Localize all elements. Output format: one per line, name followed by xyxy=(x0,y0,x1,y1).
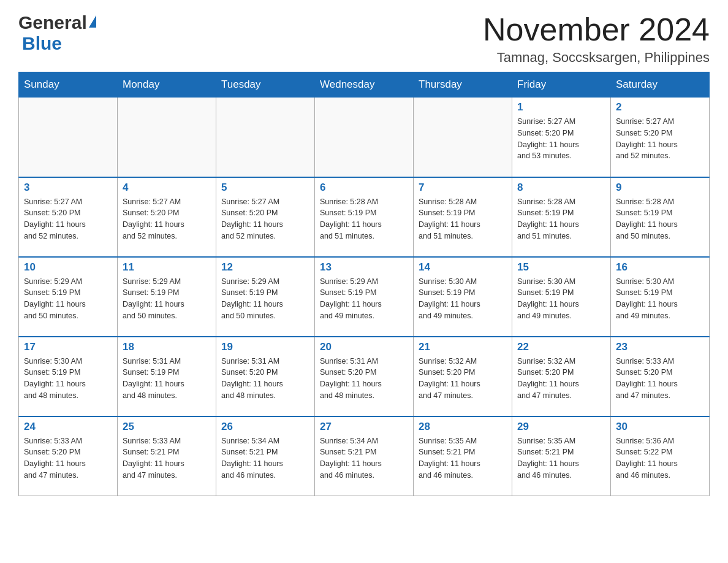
calendar-week-row: 3Sunrise: 5:27 AMSunset: 5:20 PMDaylight… xyxy=(19,177,710,257)
day-number: 3 xyxy=(24,182,112,194)
day-info: Sunrise: 5:28 AMSunset: 5:19 PMDaylight:… xyxy=(320,196,408,242)
day-info: Sunrise: 5:35 AMSunset: 5:21 PMDaylight:… xyxy=(419,435,507,481)
day-number: 21 xyxy=(419,341,507,353)
day-number: 1 xyxy=(517,101,605,113)
day-info: Sunrise: 5:29 AMSunset: 5:19 PMDaylight:… xyxy=(320,276,408,322)
day-info: Sunrise: 5:29 AMSunset: 5:19 PMDaylight:… xyxy=(123,276,211,322)
title-section: November 2024 Tamnag, Soccsksargen, Phil… xyxy=(483,12,710,66)
day-number: 18 xyxy=(123,341,211,353)
day-info: Sunrise: 5:32 AMSunset: 5:20 PMDaylight:… xyxy=(517,356,605,402)
calendar-week-row: 10Sunrise: 5:29 AMSunset: 5:19 PMDayligh… xyxy=(19,257,710,337)
calendar-cell: 17Sunrise: 5:30 AMSunset: 5:19 PMDayligh… xyxy=(19,337,118,416)
calendar-cell xyxy=(315,98,414,177)
calendar-cell xyxy=(19,98,118,177)
column-header-monday: Monday xyxy=(118,72,216,98)
day-number: 29 xyxy=(517,421,605,433)
day-number: 7 xyxy=(419,182,507,194)
calendar-cell: 4Sunrise: 5:27 AMSunset: 5:20 PMDaylight… xyxy=(118,177,216,257)
day-info: Sunrise: 5:35 AMSunset: 5:21 PMDaylight:… xyxy=(517,435,605,481)
day-number: 2 xyxy=(616,101,704,113)
column-header-sunday: Sunday xyxy=(19,72,118,98)
day-info: Sunrise: 5:30 AMSunset: 5:19 PMDaylight:… xyxy=(24,356,112,402)
logo-blue-text: Blue xyxy=(22,33,62,54)
calendar-cell xyxy=(414,98,512,177)
day-number: 15 xyxy=(517,261,605,274)
calendar-cell: 2Sunrise: 5:27 AMSunset: 5:20 PMDaylight… xyxy=(611,98,710,177)
day-number: 5 xyxy=(221,182,309,194)
day-number: 11 xyxy=(123,261,211,274)
calendar-cell: 11Sunrise: 5:29 AMSunset: 5:19 PMDayligh… xyxy=(118,257,216,337)
calendar-cell: 7Sunrise: 5:28 AMSunset: 5:19 PMDaylight… xyxy=(414,177,512,257)
day-info: Sunrise: 5:32 AMSunset: 5:20 PMDaylight:… xyxy=(419,356,507,402)
calendar-cell: 8Sunrise: 5:28 AMSunset: 5:19 PMDaylight… xyxy=(512,177,611,257)
calendar-cell: 10Sunrise: 5:29 AMSunset: 5:19 PMDayligh… xyxy=(19,257,118,337)
day-number: 4 xyxy=(123,182,211,194)
calendar-cell: 29Sunrise: 5:35 AMSunset: 5:21 PMDayligh… xyxy=(512,416,611,496)
calendar-cell: 25Sunrise: 5:33 AMSunset: 5:21 PMDayligh… xyxy=(118,416,216,496)
calendar-cell: 1Sunrise: 5:27 AMSunset: 5:20 PMDaylight… xyxy=(512,98,611,177)
column-header-saturday: Saturday xyxy=(611,72,710,98)
day-number: 26 xyxy=(221,421,309,433)
day-info: Sunrise: 5:31 AMSunset: 5:20 PMDaylight:… xyxy=(221,356,309,402)
day-number: 27 xyxy=(320,421,408,433)
day-number: 17 xyxy=(24,341,112,353)
calendar-cell xyxy=(118,98,216,177)
day-number: 30 xyxy=(616,421,704,433)
calendar-cell: 27Sunrise: 5:34 AMSunset: 5:21 PMDayligh… xyxy=(315,416,414,496)
calendar-header-row: SundayMondayTuesdayWednesdayThursdayFrid… xyxy=(19,72,710,98)
logo-general-text: General xyxy=(18,12,87,33)
day-number: 16 xyxy=(616,261,704,274)
day-info: Sunrise: 5:30 AMSunset: 5:19 PMDaylight:… xyxy=(616,276,704,322)
logo-triangle-icon xyxy=(89,15,96,28)
calendar-cell: 5Sunrise: 5:27 AMSunset: 5:20 PMDaylight… xyxy=(216,177,315,257)
calendar-cell: 18Sunrise: 5:31 AMSunset: 5:19 PMDayligh… xyxy=(118,337,216,416)
day-number: 6 xyxy=(320,182,408,194)
calendar-cell xyxy=(216,98,315,177)
day-info: Sunrise: 5:27 AMSunset: 5:20 PMDaylight:… xyxy=(616,116,704,162)
logo: General Blue xyxy=(18,12,96,54)
calendar-cell: 30Sunrise: 5:36 AMSunset: 5:22 PMDayligh… xyxy=(611,416,710,496)
calendar-cell: 28Sunrise: 5:35 AMSunset: 5:21 PMDayligh… xyxy=(414,416,512,496)
calendar-cell: 23Sunrise: 5:33 AMSunset: 5:20 PMDayligh… xyxy=(611,337,710,416)
calendar-cell: 20Sunrise: 5:31 AMSunset: 5:20 PMDayligh… xyxy=(315,337,414,416)
day-info: Sunrise: 5:36 AMSunset: 5:22 PMDaylight:… xyxy=(616,435,704,481)
location: Tamnag, Soccsksargen, Philippines xyxy=(483,50,710,66)
calendar-cell: 24Sunrise: 5:33 AMSunset: 5:20 PMDayligh… xyxy=(19,416,118,496)
calendar-cell: 21Sunrise: 5:32 AMSunset: 5:20 PMDayligh… xyxy=(414,337,512,416)
day-info: Sunrise: 5:29 AMSunset: 5:19 PMDaylight:… xyxy=(24,276,112,322)
day-number: 28 xyxy=(419,421,507,433)
calendar-cell: 16Sunrise: 5:30 AMSunset: 5:19 PMDayligh… xyxy=(611,257,710,337)
day-number: 12 xyxy=(221,261,309,274)
column-header-friday: Friday xyxy=(512,72,611,98)
calendar-cell: 12Sunrise: 5:29 AMSunset: 5:19 PMDayligh… xyxy=(216,257,315,337)
calendar-week-row: 1Sunrise: 5:27 AMSunset: 5:20 PMDaylight… xyxy=(19,98,710,177)
day-info: Sunrise: 5:27 AMSunset: 5:20 PMDaylight:… xyxy=(24,196,112,242)
day-number: 24 xyxy=(24,421,112,433)
day-info: Sunrise: 5:33 AMSunset: 5:20 PMDaylight:… xyxy=(24,435,112,481)
day-info: Sunrise: 5:31 AMSunset: 5:19 PMDaylight:… xyxy=(123,356,211,402)
column-header-tuesday: Tuesday xyxy=(216,72,315,98)
day-info: Sunrise: 5:29 AMSunset: 5:19 PMDaylight:… xyxy=(221,276,309,322)
calendar-cell: 22Sunrise: 5:32 AMSunset: 5:20 PMDayligh… xyxy=(512,337,611,416)
day-info: Sunrise: 5:33 AMSunset: 5:20 PMDaylight:… xyxy=(616,356,704,402)
calendar-cell: 6Sunrise: 5:28 AMSunset: 5:19 PMDaylight… xyxy=(315,177,414,257)
day-info: Sunrise: 5:28 AMSunset: 5:19 PMDaylight:… xyxy=(419,196,507,242)
day-number: 9 xyxy=(616,182,704,194)
day-info: Sunrise: 5:34 AMSunset: 5:21 PMDaylight:… xyxy=(320,435,408,481)
day-info: Sunrise: 5:30 AMSunset: 5:19 PMDaylight:… xyxy=(419,276,507,322)
day-info: Sunrise: 5:31 AMSunset: 5:20 PMDaylight:… xyxy=(320,356,408,402)
day-number: 14 xyxy=(419,261,507,274)
calendar-table: SundayMondayTuesdayWednesdayThursdayFrid… xyxy=(18,72,710,496)
calendar-cell: 26Sunrise: 5:34 AMSunset: 5:21 PMDayligh… xyxy=(216,416,315,496)
day-number: 22 xyxy=(517,341,605,353)
day-number: 8 xyxy=(517,182,605,194)
calendar-cell: 14Sunrise: 5:30 AMSunset: 5:19 PMDayligh… xyxy=(414,257,512,337)
calendar-cell: 9Sunrise: 5:28 AMSunset: 5:19 PMDaylight… xyxy=(611,177,710,257)
month-title: November 2024 xyxy=(483,12,710,47)
column-header-wednesday: Wednesday xyxy=(315,72,414,98)
calendar-week-row: 17Sunrise: 5:30 AMSunset: 5:19 PMDayligh… xyxy=(19,337,710,416)
day-number: 13 xyxy=(320,261,408,274)
day-info: Sunrise: 5:27 AMSunset: 5:20 PMDaylight:… xyxy=(221,196,309,242)
column-header-thursday: Thursday xyxy=(414,72,512,98)
day-number: 23 xyxy=(616,341,704,353)
